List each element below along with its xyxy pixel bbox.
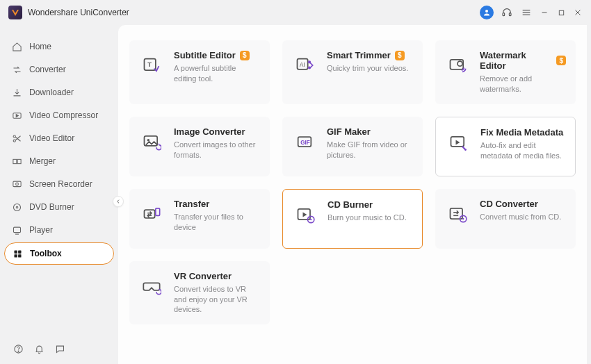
tool-description: Convert music from CD. [480,212,566,222]
record-icon [11,179,22,190]
tool-description: Convert videos to VR and enjoy on your V… [174,284,260,315]
subtitle-editor-icon [139,53,164,78]
svg-point-18 [16,206,18,208]
sidebar-item-player[interactable]: Player [4,220,114,240]
tool-description: A powerful subtitle editing tool. [174,63,260,84]
sidebar-footer [4,336,114,364]
tool-description: Burn your music to CD. [327,213,412,223]
svg-rect-1 [503,13,505,16]
player-icon [11,224,22,235]
smart-trimmer-icon [292,53,317,78]
tool-description: Convert images to other formats. [174,140,260,160]
cd-converter-icon [445,201,470,226]
tool-description: Auto-fix and edit metadata of media file… [480,140,565,161]
tool-description: Transfer your files to device [174,212,260,233]
tool-title: CD Burner [327,199,373,210]
titlebar: Wondershare UniConverter [0,0,591,25]
tool-description: Quicky trim your videos. [327,63,413,74]
tool-title: Fix Media Metadata [480,127,563,138]
watermark-editor-icon [445,53,470,78]
hamburger-menu-icon[interactable] [520,6,533,19]
transfer-icon [139,201,164,226]
sidebar-item-converter[interactable]: Converter [4,59,114,80]
sidebar-item-label: Video Compressor [29,110,98,120]
gif-maker-icon [292,129,317,154]
svg-rect-7 [559,10,563,15]
tool-card-image-converter[interactable]: Image ConverterConvert images to other f… [129,117,270,176]
sidebar-item-label: DVD Burner [29,202,74,212]
tool-card-watermark-editor[interactable]: Watermark Editor$Remove or add watermark… [435,40,576,104]
svg-rect-15 [13,181,20,187]
tool-card-cd-converter[interactable]: CD ConverterConvert music from CD. [435,189,576,249]
sidebar-item-label: Player [29,225,53,235]
svg-rect-13 [13,159,16,163]
sidebar-item-label: Video Editor [29,133,74,143]
sidebar-item-dvd-burner[interactable]: DVD Burner [4,197,114,217]
sidebar-item-label: Converter [29,65,66,74]
bell-icon[interactable] [33,343,44,354]
vr-converter-icon [139,274,164,299]
tool-card-gif-maker[interactable]: GIF MakerMake GIF from video or pictures… [282,117,423,176]
tool-card-transfer[interactable]: TransferTransfer your files to device [129,189,270,249]
cd-burner-icon [293,202,318,227]
tool-title: CD Converter [480,199,538,209]
merge-icon [11,156,22,167]
svg-rect-19 [13,227,20,233]
sidebar-item-downloader[interactable]: Downloader [4,82,114,103]
svg-rect-20 [14,250,17,253]
headset-icon[interactable] [501,6,513,19]
window-minimize-button[interactable] [540,8,549,17]
app-title: Wondershare UniConverter [28,8,129,17]
sidebar: Home Converter Downloader Video Compress… [0,25,118,364]
window-maximize-button[interactable] [556,8,566,17]
sidebar-item-label: Screen Recorder [29,179,92,189]
disc-icon [11,201,22,213]
sidebar-collapse-button[interactable] [113,196,124,207]
sidebar-item-merger[interactable]: Merger [4,151,114,172]
sidebar-item-label: Toolbox [30,249,62,258]
svg-rect-21 [18,250,21,253]
chat-icon[interactable] [54,343,65,354]
svg-point-0 [485,10,488,13]
paid-badge: $ [240,51,250,60]
tool-title: Transfer [174,199,209,209]
tool-description: Remove or add watermarks. [480,74,566,94]
tool-card-cd-burner[interactable]: CD BurnerBurn your music to CD. [282,189,423,249]
svg-rect-14 [17,159,21,163]
tool-title: Smart Trimmer [327,50,391,60]
tool-title: Image Converter [174,126,245,137]
tool-card-smart-trimmer[interactable]: Smart Trimmer$Quicky trim your videos. [282,40,423,104]
user-avatar[interactable] [480,6,494,19]
fix-media-metadata-icon [446,130,471,155]
image-converter-icon [139,129,164,154]
svg-point-16 [15,183,18,185]
svg-rect-22 [14,254,17,257]
svg-point-25 [18,351,19,351]
tool-card-fix-media-metadata[interactable]: Fix Media MetadataAuto-fix and edit meta… [435,117,576,176]
tool-grid: Subtitle Editor$A powerful subtitle edit… [129,40,576,324]
window-close-button[interactable] [573,8,583,17]
sidebar-item-label: Merger [29,156,56,166]
sidebar-item-toolbox[interactable]: Toolbox [4,242,114,265]
sidebar-item-screen-recorder[interactable]: Screen Recorder [4,174,114,195]
compress-icon [11,110,22,121]
sidebar-item-video-compressor[interactable]: Video Compressor [4,105,114,126]
svg-point-17 [13,204,20,210]
sidebar-item-video-editor[interactable]: Video Editor [4,128,114,149]
home-icon [11,41,22,52]
tool-card-vr-converter[interactable]: VR ConverterConvert videos to VR and enj… [129,261,270,325]
tool-card-subtitle-editor[interactable]: Subtitle Editor$A powerful subtitle edit… [129,40,270,104]
svg-rect-2 [509,13,511,16]
converter-icon [11,64,22,75]
paid-badge: $ [556,56,566,65]
help-icon[interactable] [13,343,24,354]
sidebar-item-label: Downloader [29,88,74,97]
paid-badge: $ [395,51,405,60]
sidebar-item-home[interactable]: Home [4,36,114,57]
tool-title: GIF Maker [327,126,371,137]
toolbox-icon [12,248,23,259]
tool-title: VR Converter [174,271,232,281]
sidebar-item-label: Home [29,42,51,51]
tool-title: Watermark Editor [480,50,552,71]
svg-rect-23 [18,254,21,257]
